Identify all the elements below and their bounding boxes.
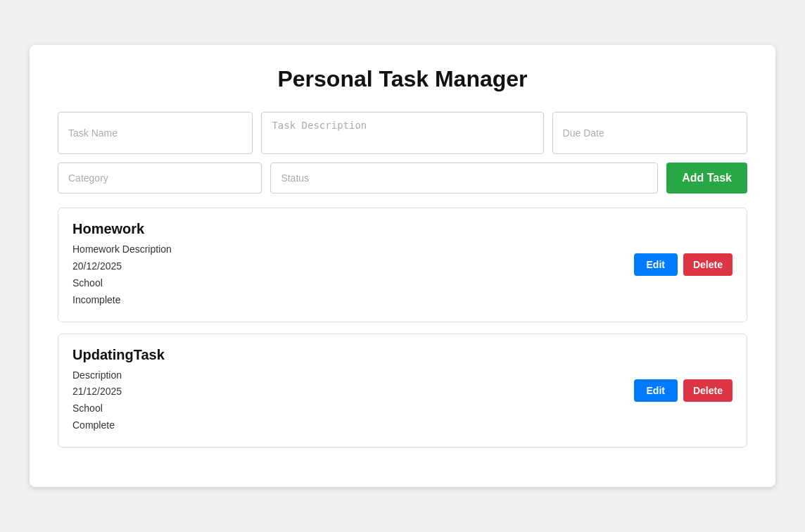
task-card: UpdatingTask Description 21/12/2025 Scho… (58, 334, 747, 448)
task-title: UpdatingTask (72, 347, 733, 363)
task-name-input[interactable] (58, 112, 253, 154)
status-input[interactable] (270, 163, 658, 194)
app-title: Personal Task Manager (58, 66, 747, 92)
due-date-input[interactable] (552, 112, 747, 154)
task-description-input[interactable] (261, 112, 543, 154)
delete-button[interactable]: Delete (683, 253, 733, 276)
category-input[interactable] (58, 163, 262, 194)
app-container: Personal Task Manager Add Task Homework … (30, 45, 775, 486)
edit-button[interactable]: Edit (634, 379, 678, 402)
delete-button[interactable]: Delete (683, 379, 733, 402)
edit-button[interactable]: Edit (634, 253, 678, 276)
task-actions: Edit Delete (634, 253, 733, 276)
task-list: Homework Homework Description 20/12/2025… (58, 208, 747, 458)
task-title: Homework (72, 221, 733, 237)
form-row-2: Add Task (58, 163, 747, 194)
add-task-button[interactable]: Add Task (666, 163, 747, 194)
task-actions: Edit Delete (634, 379, 733, 402)
form-row-1 (58, 112, 747, 154)
task-card: Homework Homework Description 20/12/2025… (58, 208, 747, 322)
